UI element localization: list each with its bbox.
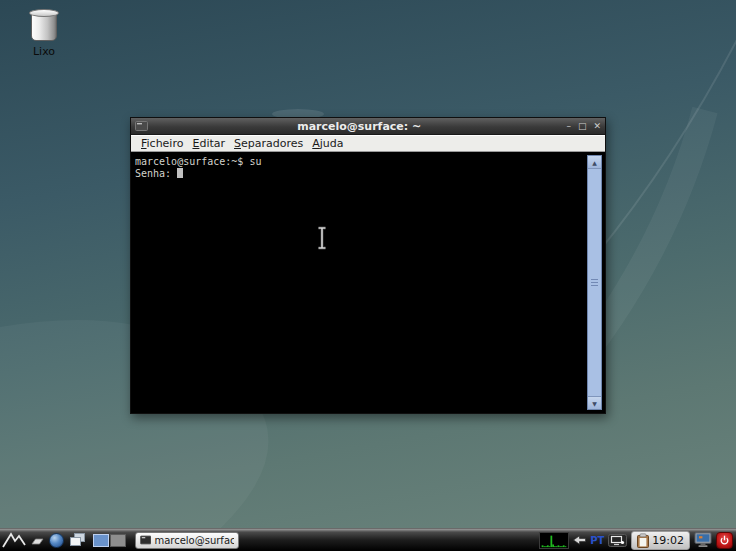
menu-item-editar[interactable]: Editar — [192, 137, 225, 150]
file-manager-icon[interactable] — [69, 533, 86, 547]
workspace-1[interactable] — [93, 534, 109, 547]
task-terminal-icon — [140, 535, 151, 545]
ibeam-cursor — [316, 226, 328, 250]
cpu-graph-icon[interactable] — [539, 532, 569, 549]
system-tray: PT 19:02 — [539, 531, 736, 550]
scroll-up-icon[interactable]: ▲ — [588, 156, 601, 169]
show-desktop-icon[interactable] — [31, 535, 44, 546]
app-menu-logo-icon[interactable] — [2, 532, 26, 549]
menu-item-ficheiro[interactable]: Ficheiro — [141, 137, 183, 150]
trash-icon — [31, 12, 57, 41]
scrollbar-grip[interactable] — [591, 279, 598, 288]
trash-shortcut[interactable]: Lixo — [20, 8, 68, 58]
trash-lid — [29, 9, 59, 17]
terminal-window: marcelo@surface: ~ – □ ✕ FicheiroEditarS… — [130, 117, 606, 414]
clipboard-icon[interactable] — [637, 533, 649, 548]
window-title: marcelo@surface: ~ — [152, 120, 566, 133]
task-button-label: marcelo@surfac... — [154, 535, 234, 546]
terminal-text: marcelo@surface:~$ suSenha: — [135, 156, 584, 180]
trash-label: Lixo — [20, 45, 68, 58]
power-icon — [718, 534, 731, 547]
terminal-line: Senha: — [135, 168, 584, 180]
terminal-block-cursor — [177, 168, 183, 178]
taskbar-launchers — [0, 532, 126, 549]
close-icon[interactable]: ✕ — [593, 122, 601, 131]
menu-item-separadores[interactable]: Separadores — [234, 137, 303, 150]
terminal-screen[interactable]: marcelo@surface:~$ suSenha: ▲ ▼ — [132, 154, 604, 411]
network-icon[interactable] — [608, 533, 627, 548]
taskbar: marcelo@surfac... PT 19:02 — [0, 528, 736, 551]
display-icon[interactable] — [694, 532, 712, 548]
menu-bar: FicheiroEditarSeparadoresAjuda — [131, 135, 605, 152]
web-browser-icon[interactable] — [49, 533, 64, 548]
scroll-down-icon[interactable]: ▼ — [588, 396, 601, 409]
maximize-icon[interactable]: □ — [578, 122, 587, 131]
workspace-pager — [93, 534, 126, 547]
clock-tray-chip: 19:02 — [631, 531, 690, 550]
menu-item-ajuda[interactable]: Ajuda — [312, 137, 343, 150]
desktop[interactable]: Lixo marcelo@surface: ~ – □ ✕ FicheiroEd… — [0, 0, 736, 551]
window-icon[interactable] — [135, 121, 148, 132]
power-button[interactable] — [716, 532, 733, 549]
titlebar[interactable]: marcelo@surface: ~ – □ ✕ — [131, 118, 605, 135]
window-controls: – □ ✕ — [566, 122, 601, 131]
collapse-tray-icon[interactable] — [573, 535, 586, 545]
clock[interactable]: 19:02 — [652, 534, 684, 547]
scrollbar[interactable]: ▲ ▼ — [587, 155, 602, 410]
minimize-icon[interactable]: – — [566, 122, 571, 131]
keyboard-layout-indicator[interactable]: PT — [590, 535, 604, 546]
task-button[interactable]: marcelo@surfac... — [135, 532, 239, 549]
workspace-2[interactable] — [110, 534, 126, 547]
terminal-line: marcelo@surface:~$ su — [135, 156, 584, 168]
